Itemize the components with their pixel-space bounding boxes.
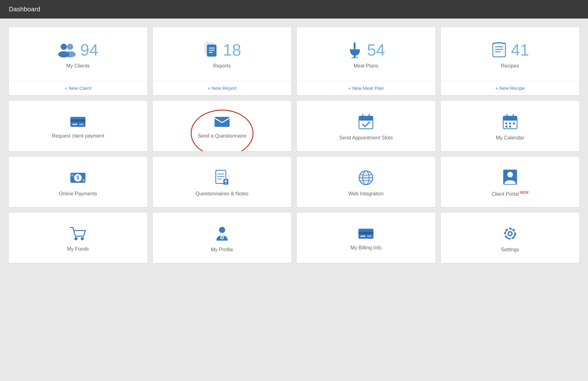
card-main-my-clients: 94My Clients [9, 27, 147, 81]
svg-rect-18 [70, 119, 85, 122]
dollar-circle-icon: $ [70, 170, 86, 186]
card-main-questionnaires-notes: Questionnaires & Notes [153, 157, 291, 207]
card-label-reports: Reports [213, 63, 231, 69]
card-label-send-questionnaire: Send a Questionnaire [198, 133, 246, 139]
doctor-icon [214, 226, 230, 242]
card-my-calendar[interactable]: My Calendar [441, 101, 580, 151]
card-questionnaires-notes[interactable]: Questionnaires & Notes [153, 157, 291, 207]
card-main-my-billing-info: My Billing Info [297, 213, 435, 263]
card-label-meal-plans: Meal Plans [354, 63, 378, 69]
svg-rect-13 [493, 43, 505, 57]
svg-rect-10 [354, 56, 356, 57]
edit-doc-icon [215, 170, 230, 186]
person-card-icon [503, 169, 518, 185]
card-main-send-questionnaire: Send a Questionnaire [153, 101, 291, 151]
svg-rect-33 [513, 122, 515, 124]
globe-icon [358, 170, 374, 186]
card-my-foods[interactable]: My Foods [9, 213, 147, 263]
svg-rect-21 [215, 117, 230, 127]
card-send-questionnaire[interactable]: Send a Questionnaire [153, 101, 291, 151]
card-count-meal-plans: 54 [367, 42, 385, 58]
dashboard-grid: 94My Clients+ New Client 18Reports+ New … [0, 19, 588, 272]
card-reports[interactable]: 18Reports+ New Report [153, 27, 291, 95]
card-label-client-portal: Client PortalNEW [492, 190, 529, 197]
card-my-clients[interactable]: 94My Clients+ New Client [9, 27, 147, 95]
svg-rect-62 [367, 236, 372, 237]
card-request-client-payment[interactable]: Request client payment [9, 101, 147, 151]
card-label-online-payments: Online Payments [59, 191, 97, 197]
clients-icon: 94 [57, 42, 98, 58]
gear-icon [502, 226, 518, 242]
svg-rect-32 [509, 122, 511, 124]
svg-point-66 [509, 232, 511, 235]
reports-icon: 18 [203, 42, 241, 58]
card-main-my-foods: My Foods [9, 213, 147, 263]
card-label-my-billing-info: My Billing Info [350, 245, 382, 251]
card-meal-plans[interactable]: 54Meal Plans+ New Meal Plan [297, 27, 435, 95]
card-label-recipes: Recipes [501, 63, 519, 69]
card-count-my-clients: 94 [80, 42, 98, 58]
page-title: Dashboard [9, 6, 41, 13]
card-label-send-appointment-slots: Send Appointment Slots [339, 135, 393, 141]
svg-rect-35 [509, 126, 511, 128]
card-main-my-calendar: My Calendar [441, 101, 580, 151]
svg-rect-19 [72, 124, 77, 125]
page-header: Dashboard [0, 0, 588, 19]
svg-point-54 [81, 237, 84, 240]
meal-plans-icon: 54 [347, 42, 385, 58]
card-label-my-profile: My Profile [211, 247, 233, 253]
card-online-payments[interactable]: $ Online Payments [9, 157, 147, 207]
card-footer-reports[interactable]: + New Report [153, 81, 291, 95]
card-main-reports: 18Reports [153, 27, 291, 81]
svg-rect-31 [505, 122, 507, 124]
card-footer-recipes[interactable]: + New Recipe [441, 81, 580, 95]
svg-point-55 [219, 227, 225, 233]
envelope-icon [214, 116, 230, 128]
calendar-check-icon [358, 114, 373, 130]
new-badge: NEW [520, 190, 529, 195]
card-main-my-profile: My Profile [153, 213, 291, 263]
card-main-client-portal: Client PortalNEW [441, 157, 580, 207]
calendar-icon [503, 114, 518, 130]
card-main-recipes: 41Recipes [441, 27, 580, 81]
card-web-integration[interactable]: Web Integration [297, 157, 435, 207]
card-count-reports: 18 [223, 42, 241, 58]
svg-rect-28 [503, 116, 517, 121]
card-settings[interactable]: Settings [441, 213, 580, 263]
svg-point-3 [64, 51, 76, 57]
svg-point-1 [67, 44, 73, 50]
card-footer-my-clients[interactable]: + New Client [9, 81, 147, 95]
card-my-billing-info[interactable]: My Billing Info [297, 213, 435, 263]
card-recipes[interactable]: 41Recipes+ New Recipe [441, 27, 580, 95]
card-main-online-payments: $ Online Payments [9, 157, 147, 207]
card-main-web-integration: Web Integration [297, 157, 435, 207]
card-label-my-clients: My Clients [66, 63, 90, 69]
cart-icon [70, 226, 86, 241]
recipes-icon: 41 [491, 42, 529, 58]
card-label-web-integration: Web Integration [348, 191, 384, 197]
svg-point-53 [74, 237, 78, 240]
svg-rect-24 [359, 116, 373, 121]
svg-rect-9 [354, 42, 356, 49]
card-client-portal[interactable]: Client PortalNEW [441, 157, 580, 207]
card-label-my-calendar: My Calendar [496, 135, 524, 141]
card-send-appointment-slots[interactable]: Send Appointment Slots [297, 101, 435, 151]
svg-rect-61 [360, 236, 365, 237]
card-my-profile[interactable]: My Profile [153, 213, 291, 263]
svg-text:$: $ [77, 175, 79, 180]
card-label-questionnaires-notes: Questionnaires & Notes [195, 191, 248, 197]
card-count-recipes: 41 [511, 42, 529, 58]
credit-card-icon [70, 116, 86, 128]
svg-rect-20 [79, 124, 84, 125]
card-footer-meal-plans[interactable]: + New Meal Plan [297, 81, 435, 95]
svg-point-51 [507, 172, 513, 177]
billing-card-icon [358, 227, 374, 240]
svg-point-0 [61, 44, 67, 50]
card-label-request-client-payment: Request client payment [52, 133, 104, 139]
card-label-settings: Settings [501, 247, 519, 253]
svg-point-40 [82, 179, 85, 182]
card-main-send-appointment-slots: Send Appointment Slots [297, 101, 435, 151]
card-main-settings: Settings [441, 213, 580, 263]
svg-rect-60 [358, 232, 373, 234]
card-label-my-foods: My Foods [67, 246, 89, 252]
